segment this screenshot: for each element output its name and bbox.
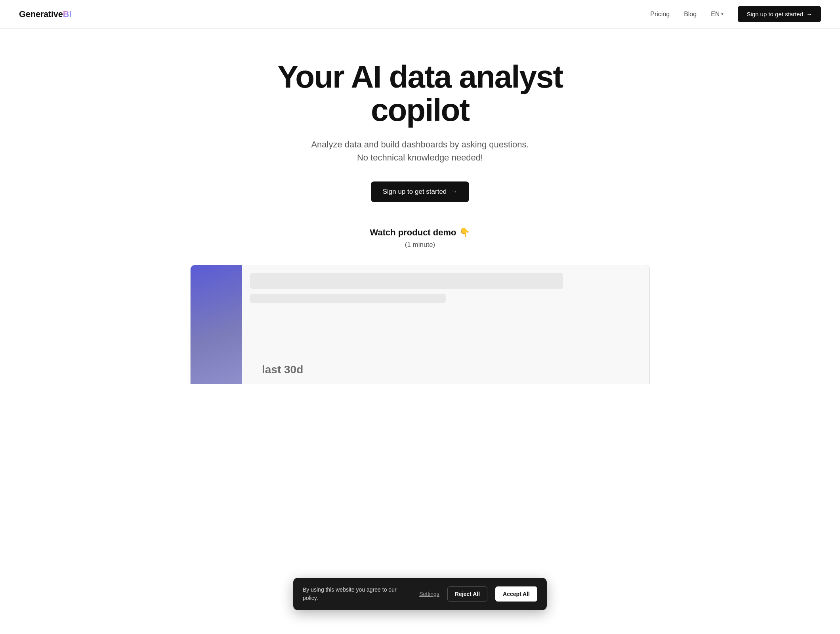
nav-signup-label: Sign up to get started — [746, 11, 803, 17]
hero-arrow-icon: → — [451, 188, 457, 196]
hero-cta-label: Sign up to get started — [383, 188, 447, 196]
chevron-down-icon: ▾ — [721, 11, 724, 17]
logo-generative-text: Generative — [19, 9, 63, 19]
demo-emoji: 👇 — [459, 227, 470, 238]
logo[interactable]: Generative BI — [19, 9, 72, 19]
demo-duration: (1 minute) — [405, 241, 435, 249]
nav-pricing-link[interactable]: Pricing — [650, 11, 670, 18]
preview-sidebar — [191, 265, 242, 384]
preview-placeholder-1 — [250, 273, 563, 289]
hero-title: Your AI data analyst copilot — [242, 60, 598, 127]
nav-lang-label: EN — [711, 11, 720, 18]
product-preview: last 30d — [190, 265, 650, 384]
nav-blog-link[interactable]: Blog — [684, 11, 697, 18]
demo-section: Watch product demo 👇 (1 minute) — [370, 227, 470, 249]
hero-signup-button[interactable]: Sign up to get started → — [371, 181, 470, 202]
hero-subtitle: Analyze data and build dashboards by ask… — [309, 138, 531, 164]
navigation: Generative BI Pricing Blog EN ▾ Sign up … — [0, 0, 840, 29]
demo-title[interactable]: Watch product demo 👇 — [370, 227, 470, 238]
nav-links: Pricing Blog EN ▾ Sign up to get started… — [650, 6, 821, 22]
logo-bi-text: BI — [63, 9, 72, 19]
demo-title-text: Watch product demo — [370, 227, 456, 238]
nav-signup-button[interactable]: Sign up to get started → — [738, 6, 821, 22]
preview-placeholder-2 — [250, 294, 446, 303]
hero-section: Your AI data analyst copilot Analyze dat… — [0, 29, 840, 408]
nav-arrow-icon: → — [806, 11, 812, 17]
nav-language-selector[interactable]: EN ▾ — [711, 11, 724, 18]
preview-bottom-label: last 30d — [262, 363, 303, 376]
